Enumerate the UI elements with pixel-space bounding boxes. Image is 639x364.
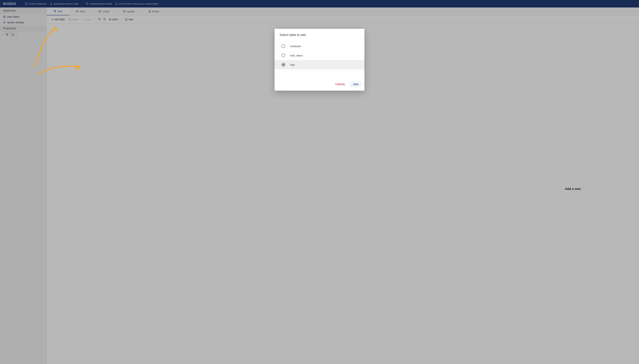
add-button[interactable]: ADD [350, 81, 361, 87]
radio-icon [282, 54, 285, 57]
radio-icon [282, 44, 285, 48]
select-table-dialog: Select table to add employee task_status… [275, 29, 364, 91]
modal-overlay[interactable]: Select table to add employee task_status… [0, 0, 639, 364]
cancel-button[interactable]: CANCEL [332, 81, 348, 87]
option-label: task_status [290, 54, 303, 57]
table-option-task-status[interactable]: task_status [275, 51, 364, 60]
table-option-task[interactable]: task [275, 60, 364, 69]
radio-icon [282, 63, 285, 66]
dialog-title: Select table to add [275, 29, 364, 40]
table-option-employee[interactable]: employee [275, 42, 364, 51]
table-options-list: employee task_status task [275, 40, 364, 79]
option-label: task [290, 63, 295, 66]
option-label: employee [290, 45, 301, 48]
dialog-actions: CANCEL ADD [275, 79, 364, 88]
